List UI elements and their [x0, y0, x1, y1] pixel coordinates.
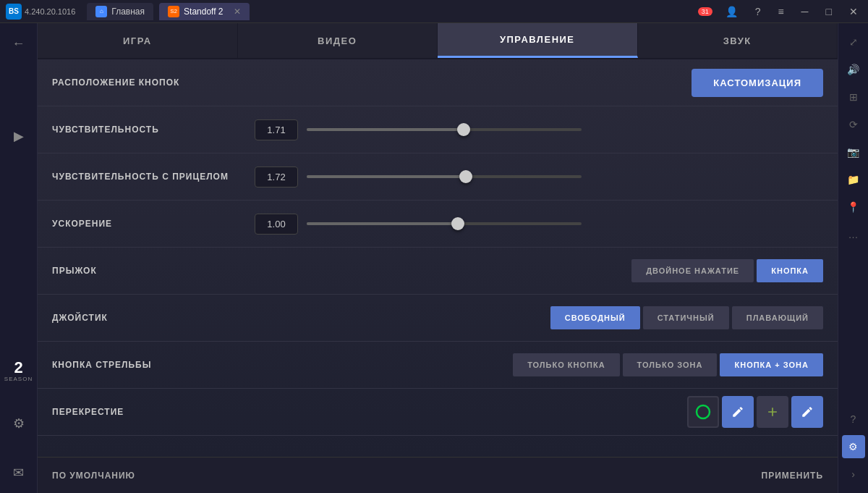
- arrow-right-btn[interactable]: ›: [842, 463, 865, 486]
- nav-tabs: ИГРА ВИДЕО УПРАВЛЕНИЕ ЗВУК: [38, 23, 838, 59]
- maximize-btn[interactable]: □: [822, 4, 836, 19]
- button-layout-row: РАСПОЛОЖЕНИЕ КНОПОК КАСТОМИЗАЦИЯ: [38, 59, 838, 106]
- crosshair-add-btn[interactable]: [757, 396, 788, 428]
- play-button[interactable]: ▶: [4, 122, 33, 151]
- fire-button-only[interactable]: ТОЛЬКО КНОПКА: [513, 353, 619, 376]
- season-number: 2: [14, 360, 22, 376]
- joystick-options: СВОБОДНЫЙ СТАТИЧНЫЙ ПЛАВАЮЩИЙ: [550, 306, 823, 329]
- crosshair-edit-btn[interactable]: [722, 396, 754, 428]
- menu-btn[interactable]: ≡: [773, 4, 788, 19]
- season-label: season: [4, 376, 33, 382]
- sensitivity-label: ЧУВСТВИТЕЛЬНОСТЬ: [52, 125, 255, 135]
- fire-button-row: КНОПКА СТРЕЛЬБЫ ТОЛЬКО КНОПКА ТОЛЬКО ЗОН…: [38, 342, 838, 389]
- back-button[interactable]: ←: [4, 29, 33, 58]
- acceleration-thumb[interactable]: [451, 217, 464, 230]
- footer: ПО УМОЛЧАНИЮ ПРИМЕНИТЬ: [38, 457, 838, 493]
- jump-label: ПРЫЖОК: [52, 266, 255, 276]
- folder-btn[interactable]: 📁: [842, 168, 865, 191]
- sensitivity-aim-slider-container: 1.72: [255, 167, 823, 187]
- sensitivity-slider-container: 1.71: [255, 119, 823, 140]
- bluestacks-logo: BS 4.240.20.1016: [6, 4, 75, 20]
- sensitivity-value: 1.71: [255, 119, 298, 140]
- sensitivity-aim-row: ЧУВСТВИТЕЛЬНОСТЬ С ПРИЦЕЛОМ 1.72: [38, 153, 838, 201]
- mail-button[interactable]: ✉: [4, 458, 33, 487]
- apply-button[interactable]: ПРИМЕНИТЬ: [762, 471, 824, 481]
- edit2-icon: [801, 405, 814, 418]
- notification-badge[interactable]: 31: [698, 7, 712, 16]
- sensitivity-thumb[interactable]: [457, 123, 470, 136]
- acceleration-value: 1.00: [255, 214, 298, 235]
- content-area: ИГРА ВИДЕО УПРАВЛЕНИЕ ЗВУК РАСПОЛОЖЕНИЕ …: [38, 23, 838, 493]
- minimize-btn[interactable]: ─: [797, 4, 813, 19]
- customize-button[interactable]: КАСТОМИЗАЦИЯ: [692, 69, 823, 97]
- jump-double-tap[interactable]: ДВОЙНОЕ НАЖАТИЕ: [631, 259, 754, 282]
- tab-controls[interactable]: УПРАВЛЕНИЕ: [438, 23, 638, 58]
- settings-content: РАСПОЛОЖЕНИЕ КНОПОК КАСТОМИЗАЦИЯ ЧУВСТВИ…: [38, 59, 838, 457]
- tab-game-label: Standoff 2: [184, 7, 224, 17]
- joystick-free[interactable]: СВОБОДНЫЙ: [550, 306, 640, 329]
- crosshair-label: ПЕРЕКРЕСТИЕ: [52, 407, 255, 417]
- tab-game[interactable]: S2 Standoff 2 ✕: [159, 3, 250, 20]
- bluestacks-icon: BS: [6, 4, 22, 20]
- settings-right-btn[interactable]: ⚙: [842, 435, 865, 458]
- titlebar: BS 4.240.20.1016 ⌂ Главная S2 Standoff 2…: [0, 0, 868, 23]
- joystick-floating[interactable]: ПЛАВАЮЩИЙ: [732, 306, 823, 329]
- acceleration-row: УСКОРЕНИЕ 1.00: [38, 201, 838, 248]
- fire-options: ТОЛЬКО КНОПКА ТОЛЬКО ЗОНА КНОПКА + ЗОНА: [513, 353, 823, 376]
- sensitivity-aim-thumb[interactable]: [459, 170, 472, 183]
- close-btn[interactable]: ✕: [845, 4, 862, 19]
- settings-button[interactable]: ⚙: [4, 409, 33, 438]
- main-layout: ← ▶ 2 season ⚙ ✉ ИГРА ВИДЕО УПРАВЛЕНИЕ З…: [0, 23, 868, 493]
- sensitivity-aim-fill: [307, 175, 466, 178]
- jump-row: ПРЫЖОК ДВОЙНОЕ НАЖАТИЕ КНОПКА: [38, 248, 838, 295]
- sensitivity-slider[interactable]: [307, 128, 582, 131]
- sensitivity-aim-label: ЧУВСТВИТЕЛЬНОСТЬ С ПРИЦЕЛОМ: [52, 172, 255, 182]
- crosshair-circle-icon: [694, 403, 712, 421]
- tab-video[interactable]: ВИДЕО: [238, 23, 438, 58]
- crosshair-row: ПЕРЕКРЕСТИЕ: [38, 389, 838, 436]
- help-btn[interactable]: ?: [751, 4, 765, 19]
- grid-btn[interactable]: ⊞: [842, 85, 865, 109]
- volume-btn[interactable]: 🔊: [842, 58, 865, 81]
- help-right-btn[interactable]: ?: [842, 408, 865, 431]
- acceleration-slider-container: 1.00: [255, 214, 823, 235]
- acceleration-label: УСКОРЕНИЕ: [52, 219, 255, 229]
- camera-btn[interactable]: 📷: [842, 140, 865, 164]
- sensitivity-row: ЧУВСТВИТЕЛЬНОСТЬ 1.71: [38, 106, 838, 153]
- rotate-btn[interactable]: ⟳: [842, 113, 865, 136]
- joystick-static[interactable]: СТАТИЧНЫЙ: [643, 306, 729, 329]
- tab-game-settings[interactable]: ИГРА: [38, 23, 238, 58]
- plus-icon: [765, 405, 780, 419]
- sensitivity-aim-value: 1.72: [255, 167, 298, 187]
- fullscreen-btn[interactable]: ⤢: [842, 30, 865, 54]
- right-sidebar: ⤢ 🔊 ⊞ ⟳ 📷 📁 📍 … ? ⚙ ›: [838, 23, 868, 493]
- acceleration-slider[interactable]: [307, 222, 582, 225]
- sensitivity-aim-slider[interactable]: [307, 175, 582, 178]
- fire-button-zone[interactable]: КНОПКА + ЗОНА: [720, 353, 823, 376]
- game-tab-icon: S2: [168, 6, 179, 17]
- svg-point-0: [697, 405, 710, 418]
- fire-button-label: КНОПКА СТРЕЛЬБЫ: [52, 360, 255, 370]
- joystick-row: ДЖОЙСТИК СВОБОДНЫЙ СТАТИЧНЫЙ ПЛАВАЮЩИЙ: [38, 295, 838, 342]
- crosshair-circle-option[interactable]: [687, 396, 719, 428]
- sensitivity-fill: [307, 128, 464, 131]
- location-btn[interactable]: 📍: [842, 195, 865, 219]
- fire-zone-only[interactable]: ТОЛЬКО ЗОНА: [623, 353, 718, 376]
- crosshair-options: [687, 396, 823, 428]
- acceleration-fill: [307, 222, 458, 225]
- home-tab-icon: ⌂: [95, 6, 107, 17]
- button-layout-label: РАСПОЛОЖЕНИЕ КНОПОК: [52, 77, 255, 88]
- titlebar-controls: 31 👤 ? ≡ ─ □ ✕: [698, 4, 862, 19]
- profile-btn[interactable]: 👤: [721, 4, 742, 19]
- tab-sound[interactable]: ЗВУК: [638, 23, 838, 58]
- edit-icon: [731, 405, 744, 418]
- jump-options: ДВОЙНОЕ НАЖАТИЕ КНОПКА: [631, 259, 823, 282]
- crosshair-edit2-btn[interactable]: [791, 396, 823, 428]
- default-button[interactable]: ПО УМОЛЧАНИЮ: [52, 471, 135, 481]
- tab-home[interactable]: ⌂ Главная: [87, 3, 153, 20]
- tab-home-label: Главная: [111, 7, 145, 17]
- more-btn[interactable]: …: [842, 223, 865, 246]
- bluestacks-version: 4.240.20.1016: [25, 7, 75, 16]
- jump-button[interactable]: КНОПКА: [757, 259, 823, 282]
- left-sidebar: ← ▶ 2 season ⚙ ✉: [0, 23, 38, 493]
